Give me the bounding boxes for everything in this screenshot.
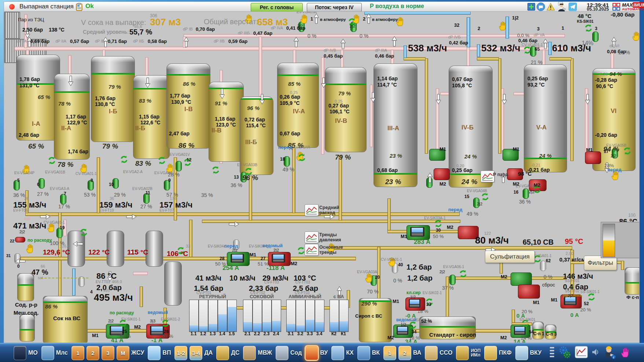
lpo1: по расходу (27, 238, 52, 243)
bar-label: 2.3 (264, 331, 270, 336)
nav-tile-жсу[interactable]: М (117, 346, 129, 360)
iia_p2: 1,74 бар (68, 149, 88, 154)
nav-label-мвж[interactable]: МВЖ (258, 350, 272, 356)
add-icon[interactable] (527, 3, 535, 12)
nav-tile-млс[interactable] (41, 346, 54, 360)
nav-tile-ву[interactable] (305, 346, 318, 360)
v6p: 27 % (140, 204, 152, 209)
tr_ks: KS-SIK01 (577, 20, 593, 24)
iiib_bot: 96 % (242, 174, 258, 182)
nav-label-вп[interactable]: ВП (162, 350, 171, 356)
auto-mode-icon (584, 23, 593, 34)
pump[interactable] (268, 252, 291, 266)
dp3l: dP IБ (95, 39, 105, 44)
bar-column (330, 300, 339, 332)
nav-label-вку[interactable]: ВКУ (530, 350, 542, 356)
service-worker-icon[interactable]: i (603, 345, 617, 361)
nav-label-вк[interactable]: ВК (372, 350, 380, 356)
flow-arrow-icon (366, 14, 371, 24)
valve[interactable] (176, 161, 182, 171)
nav-tile-дс[interactable] (216, 346, 229, 360)
bar-fill (315, 322, 324, 332)
nav-label-дс[interactable]: ДС (231, 350, 239, 356)
sound-icon[interactable] (592, 347, 599, 358)
nav-tile-1-2[interactable]: 1-2 (174, 346, 187, 360)
nav-label-пкф[interactable]: ПКФ (499, 350, 512, 356)
nav-label-иоп-имл[interactable]: ИОП ИМл (471, 348, 481, 357)
settings-gear-icon[interactable] (559, 345, 571, 360)
sulfitation-button[interactable]: Сульфитация (485, 251, 535, 263)
lm2b: M2 (291, 261, 297, 266)
nav-label-ссо[interactable]: ССО (439, 350, 452, 356)
nav-tile-2[interactable]: 2 (87, 346, 99, 360)
lp12b: 1|2 (401, 323, 406, 327)
nav-tile-ва[interactable]: 2 (398, 346, 411, 360)
nav-label-мо[interactable]: МО (28, 350, 38, 356)
pump[interactable] (585, 151, 601, 164)
nav-label-сод[interactable]: Сод (290, 350, 302, 356)
nav-tile-вк[interactable] (357, 346, 370, 360)
steam-pressure-button-icon[interactable] (481, 171, 494, 182)
vessel-fill (91, 73, 135, 142)
dp7v: 0,47 бар (253, 31, 272, 36)
nav-tile-ссо[interactable] (425, 346, 438, 360)
touch-hand-icon[interactable] (620, 346, 631, 360)
pump[interactable] (434, 168, 450, 180)
nav-label-да[interactable]: ДА (204, 350, 213, 356)
steam_label: Пар из ТЭЦ (18, 17, 44, 22)
iiia_name: III-A (387, 125, 399, 132)
steam-pressure-button[interactable]: Р пара (493, 172, 508, 177)
nav-tile-иоп-имл[interactable] (456, 346, 469, 360)
lm2c: M2 (447, 225, 453, 230)
nav-tile-1[interactable]: 1 (71, 346, 84, 360)
heat-exchanger-4 (164, 262, 182, 306)
nav-label-млс[interactable]: Млс (56, 350, 68, 356)
pump[interactable] (406, 225, 430, 240)
nav-label-ву[interactable]: ВУ (320, 350, 328, 356)
nav-tile-да[interactable]: 3-4 (189, 346, 202, 360)
l34A: 34 А (405, 339, 417, 343)
avg-flow-button-icon[interactable] (305, 204, 319, 216)
lsik021: EV-SIK02-1 (423, 291, 442, 295)
iiia_mid: 23 % (390, 153, 402, 159)
trend-shortcut-icon[interactable] (575, 346, 588, 360)
nav-tile-3[interactable]: 3 (102, 346, 114, 360)
menu-dots-icon[interactable] (549, 345, 555, 360)
nav-tile-мвж[interactable] (243, 346, 256, 360)
nav-tile-вп[interactable] (148, 346, 161, 360)
vi_name: VI (611, 108, 617, 114)
nav-label-жсу[interactable]: ЖСУ (131, 350, 144, 356)
l0A: 0 А (570, 312, 579, 318)
chat-icon[interactable] (537, 3, 545, 12)
iib_top: 83 % (139, 98, 151, 104)
telegram-icon[interactable] (568, 3, 577, 12)
flow-mode-button[interactable]: Поток: через IV (307, 3, 362, 12)
nav-tile-пкф[interactable] (484, 346, 497, 360)
main-trends-button[interactable]: Основные тренды (319, 245, 343, 255)
nav-tile-мо[interactable] (14, 346, 26, 360)
dp3v: 0,71 бар (108, 39, 127, 44)
valve[interactable] (449, 275, 456, 285)
nav-label-кх[interactable]: КХ (346, 350, 353, 356)
pump[interactable] (511, 273, 532, 286)
nav-tile-1[interactable]: 1 (383, 346, 396, 360)
nav-tile-вку[interactable] (515, 346, 528, 360)
atm1_txt: в атмосферу (320, 18, 346, 22)
nav-tile-кх[interactable] (331, 346, 344, 360)
pump[interactable] (227, 252, 250, 266)
reg-mode-button[interactable]: Рег. с головы (251, 3, 303, 12)
main-trends-button-icon[interactable] (305, 244, 319, 256)
pump[interactable] (518, 285, 540, 299)
v9n: 13 (234, 175, 239, 180)
f610: 610 м3/ч (552, 43, 591, 53)
pump[interactable] (15, 237, 25, 242)
avg-flow-button[interactable]: Средний расход (319, 205, 339, 216)
alarm-icon[interactable] (547, 3, 555, 12)
nav-tile-сод[interactable] (276, 346, 288, 360)
system-tray: i (549, 345, 631, 361)
pressure-trends-button[interactable]: Тренды давления (319, 232, 341, 243)
nav-label-ва[interactable]: ВА (413, 350, 421, 356)
valve[interactable] (523, 189, 529, 199)
pressure-trends-button-icon[interactable] (305, 231, 319, 243)
bar-fill (262, 322, 271, 332)
